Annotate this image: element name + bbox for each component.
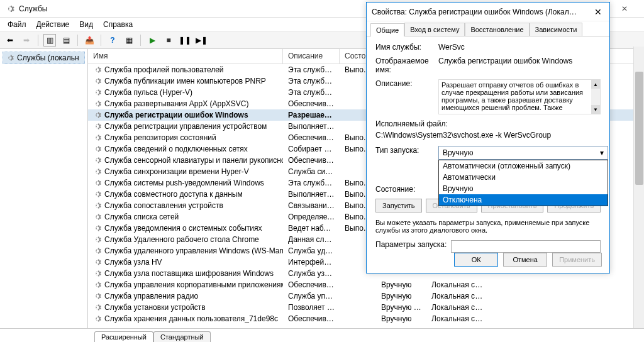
close-button[interactable]: ✕ [610, 0, 639, 18]
vertical-scrollbar[interactable] [633, 47, 644, 328]
startup-option[interactable]: Вручную [439, 183, 608, 194]
service-icon [93, 280, 102, 289]
menu-action[interactable]: Действие [31, 19, 75, 30]
service-icon [93, 77, 102, 86]
service-icon [93, 314, 102, 323]
chevron-down-icon: ▾ [600, 148, 604, 157]
back-button[interactable]: ⬅ [4, 34, 16, 47]
forward-button[interactable]: ➡ [20, 34, 33, 47]
dialog-close-button[interactable]: ✕ [592, 7, 604, 17]
bottom-tabs: Расширенный Стандартный [0, 328, 644, 342]
svc-name-value: WerSvc [438, 43, 601, 52]
service-icon [93, 269, 102, 278]
tree-pane: Службы (локальн [0, 49, 88, 328]
tab-recovery[interactable]: Восстановление [465, 23, 529, 36]
col-desc[interactable]: Описание [283, 49, 340, 63]
params-input[interactable] [451, 240, 601, 253]
help-button[interactable]: ? [106, 34, 119, 47]
service-icon [93, 179, 102, 187]
service-icon [93, 167, 102, 176]
service-icon [93, 111, 102, 119]
menu-file[interactable]: Файл [3, 19, 31, 30]
svc-name-label: Имя службы: [375, 43, 438, 52]
params-hint: Вы можете указать параметры запуска, при… [375, 219, 601, 234]
service-row[interactable]: Служба хранения данных пользователя_71de… [88, 313, 644, 324]
desc-label: Описание: [375, 79, 438, 114]
menu-help[interactable]: Справка [98, 19, 138, 30]
service-row[interactable]: Служба управления радио Служба упра... В… [88, 290, 644, 302]
startup-option[interactable]: Отключена [439, 194, 608, 206]
start-button[interactable]: Запустить [375, 199, 422, 212]
start-icon[interactable]: ▶ [146, 34, 158, 47]
export-button[interactable]: 📤 [83, 34, 96, 47]
properties-dialog: Свойства: Служба регистрации ошибок Wind… [366, 2, 610, 273]
service-icon [93, 246, 102, 255]
params-label: Параметры запуска: [375, 240, 451, 253]
view-button[interactable]: ▥ [43, 34, 56, 47]
startup-type-select[interactable]: Вручную▾ [438, 146, 608, 160]
dialog-titlebar: Свойства: Служба регистрации ошибок Wind… [367, 3, 609, 21]
service-icon [93, 190, 102, 199]
tab-extended[interactable]: Расширенный [94, 331, 153, 342]
service-icon [93, 258, 102, 267]
tab-dependencies[interactable]: Зависимости [530, 23, 583, 36]
service-icon [93, 201, 102, 210]
filter-button[interactable]: ▤ [60, 34, 72, 47]
disp-name-value: Служба регистрации ошибок Windows [438, 57, 601, 74]
service-icon [93, 292, 102, 301]
service-row[interactable]: Служба установки устройств Позволяет ко.… [88, 302, 644, 313]
startup-dropdown: Автоматически (отложенный запуск)Автомат… [438, 160, 608, 206]
tab-general[interactable]: Общие [370, 23, 404, 36]
exe-value: C:\Windows\System32\svchost.exe -k WerSv… [375, 131, 601, 140]
service-icon [93, 212, 102, 221]
col-name[interactable]: Имя [88, 49, 283, 63]
desc-scrollbar[interactable]: ▲▼ [591, 80, 600, 114]
props-button[interactable]: ▦ [123, 34, 135, 47]
service-icon [93, 65, 102, 74]
stop-icon[interactable]: ■ [162, 34, 175, 47]
service-icon [93, 224, 102, 233]
restart-icon[interactable]: ▶❚ [195, 34, 208, 47]
tab-standard[interactable]: Стандартный [153, 331, 211, 342]
tree-node-services[interactable]: Службы (локальн [3, 52, 85, 64]
startup-option[interactable]: Автоматически [439, 172, 608, 183]
app-icon [5, 4, 15, 14]
apply-button: Применить [552, 253, 602, 267]
menu-view[interactable]: Вид [74, 19, 98, 30]
service-icon [93, 235, 102, 244]
service-icon [93, 303, 102, 312]
service-icon [93, 88, 102, 97]
service-row[interactable]: Служба управления корпоративными приложе… [88, 279, 644, 290]
ok-button[interactable]: ОК [454, 253, 498, 267]
service-icon [93, 156, 102, 165]
exe-label: Исполняемый файл: [375, 119, 601, 128]
service-icon [93, 133, 102, 142]
dialog-title: Свойства: Служба регистрации ошибок Wind… [372, 8, 579, 16]
service-icon [93, 122, 102, 131]
tab-logon[interactable]: Вход в систему [404, 23, 465, 36]
service-icon [93, 99, 102, 108]
desc-value: Разрешает отправку отчетов об ошибках в … [438, 79, 601, 114]
cancel-button[interactable]: Отмена [503, 253, 547, 267]
pause-icon[interactable]: ❚❚ [179, 34, 191, 47]
dialog-tabs: Общие Вход в систему Восстановление Зави… [367, 21, 609, 36]
startup-option[interactable]: Автоматически (отложенный запуск) [439, 160, 608, 172]
service-icon [93, 145, 102, 153]
state-label: Состояние: [375, 185, 438, 194]
startup-label: Тип запуска: [375, 146, 438, 160]
disp-name-label: Отображаемое имя: [375, 57, 438, 74]
window-title: Службы [19, 4, 47, 13]
